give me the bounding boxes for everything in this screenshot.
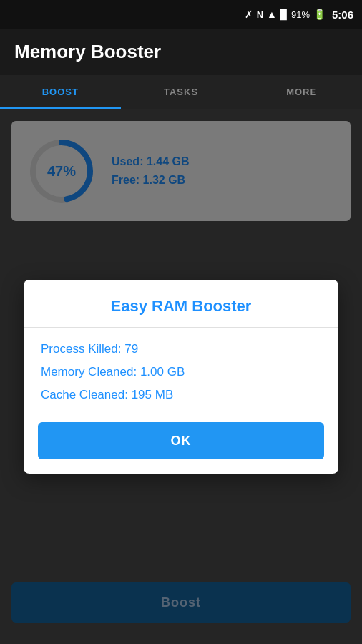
- battery-percent: 91%: [291, 9, 310, 20]
- app-header: Memory Booster: [0, 29, 362, 75]
- network-icon: N: [257, 9, 263, 20]
- dialog-ok-button[interactable]: OK: [38, 422, 324, 459]
- app-title: Memory Booster: [14, 41, 161, 63]
- tab-tasks[interactable]: TASKS: [121, 75, 242, 109]
- status-bar: ✗ N ▲ ▉ 91% 🔋 5:06: [0, 0, 362, 29]
- dialog-title: Easy RAM Booster: [38, 297, 324, 316]
- dialog-overlay: Easy RAM Booster Process Killed: 79 Memo…: [0, 109, 362, 644]
- dialog-footer: OK: [24, 416, 338, 474]
- tab-more[interactable]: MORE: [241, 75, 362, 109]
- battery-icon: 🔋: [313, 9, 326, 20]
- bluetooth-icon: ✗: [245, 9, 253, 20]
- status-icons: ✗ N ▲ ▉ 91% 🔋 5:06: [245, 9, 353, 21]
- dialog-header: Easy RAM Booster: [24, 280, 338, 328]
- signal-icon: ▉: [280, 9, 288, 20]
- main-content: 47% Used: 1.44 GB Free: 1.32 GB Boost Ea…: [0, 109, 362, 644]
- tab-boost[interactable]: BOOST: [0, 75, 121, 109]
- stat-cache-cleaned: Cache Cleaned: 195 MB: [41, 388, 321, 402]
- dialog-body: Process Killed: 79 Memory Cleaned: 1.00 …: [24, 328, 338, 416]
- ram-booster-dialog: Easy RAM Booster Process Killed: 79 Memo…: [24, 280, 338, 474]
- status-time: 5:06: [332, 9, 353, 21]
- wifi-icon: ▲: [267, 9, 277, 20]
- tab-bar: BOOST TASKS MORE: [0, 75, 362, 109]
- stat-process-killed: Process Killed: 79: [41, 342, 321, 356]
- stat-memory-cleaned: Memory Cleaned: 1.00 GB: [41, 365, 321, 379]
